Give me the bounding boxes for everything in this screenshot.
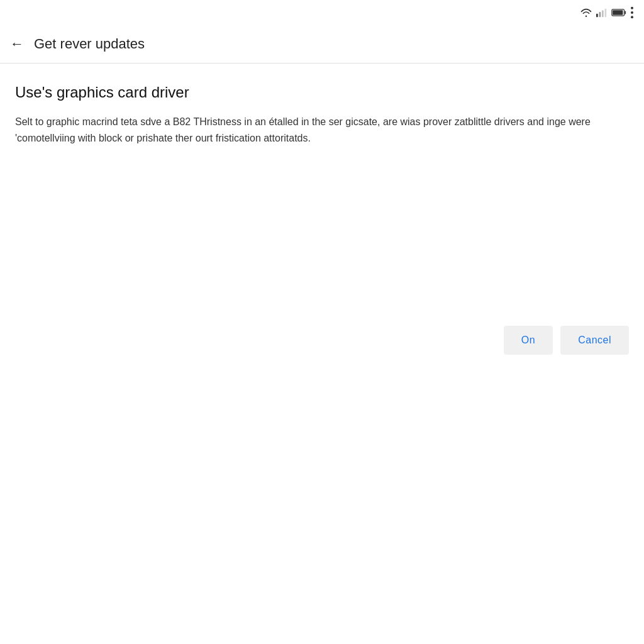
status-bar (0, 0, 644, 25)
signal-icon (596, 8, 608, 18)
toolbar-title: Get rever updates (34, 36, 145, 52)
svg-rect-0 (596, 14, 598, 17)
svg-point-8 (631, 11, 633, 14)
action-buttons: On Cancel (504, 326, 629, 355)
battery-icon (611, 8, 626, 17)
back-button[interactable]: ← (10, 36, 24, 52)
svg-rect-1 (599, 12, 601, 17)
svg-rect-6 (613, 10, 623, 15)
svg-rect-3 (605, 9, 607, 18)
svg-rect-2 (602, 10, 604, 17)
main-content: Use's graphics card driver Selt to graph… (0, 64, 644, 166)
toolbar: ← Get rever updates (0, 25, 644, 63)
status-icons (580, 6, 634, 19)
on-button[interactable]: On (504, 326, 553, 355)
wifi-icon (580, 8, 592, 18)
svg-point-7 (631, 7, 633, 9)
section-title: Use's graphics card driver (15, 84, 629, 101)
svg-point-9 (631, 16, 633, 18)
cancel-button[interactable]: Cancel (560, 326, 629, 355)
more-icon[interactable] (630, 6, 634, 19)
description-text: Selt to graphic macrind teta sdve a B82 … (15, 114, 619, 146)
svg-rect-5 (625, 11, 626, 14)
